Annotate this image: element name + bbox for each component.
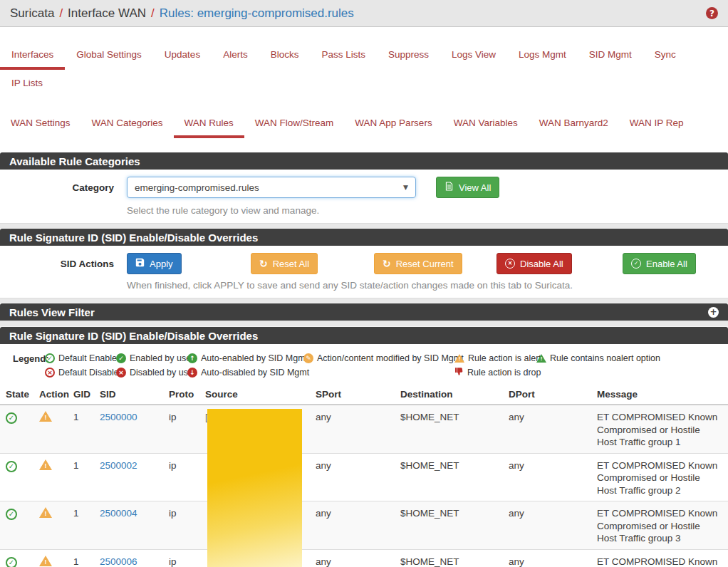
rule-state-enabled-icon[interactable]: ✓	[6, 557, 17, 567]
proto-cell: ip	[163, 405, 199, 453]
view-all-button[interactable]: View All	[436, 177, 499, 198]
legend-item-auto-disabled: ↓ Auto-disabled by SID Mgmt	[187, 368, 303, 378]
sid-link[interactable]: 2500004	[100, 508, 137, 519]
sid-link[interactable]: 2500000	[100, 412, 137, 422]
check-circle-outline-icon: ✓	[45, 353, 55, 363]
panel-title: Rule Signature ID (SID) Enable/Disable O…	[9, 232, 258, 244]
gid-cell: 1	[68, 405, 94, 453]
pencil-circle-icon: ✎	[303, 353, 313, 363]
sid-actions-label: SID Actions	[0, 259, 114, 269]
legend-item-label: Action/content modified by SID Mgmt	[317, 353, 464, 363]
subtab-wan-rules[interactable]: WAN Rules	[174, 111, 244, 138]
subtab-wan-categories[interactable]: WAN Categories	[81, 111, 174, 138]
reset-all-button[interactable]: ↻ Reset All	[251, 253, 318, 274]
disable-all-label: Disable All	[520, 259, 563, 269]
panel-divider	[0, 321, 728, 327]
destination-cell: $HOME_NET	[395, 405, 503, 453]
main-tabs-row1: Interfaces Global Settings Updates Alert…	[0, 43, 728, 70]
rule-action-alert-icon[interactable]: !	[39, 459, 52, 470]
legend-item-label: Default Enabled	[58, 353, 122, 363]
sid-link[interactable]: 2500002	[100, 460, 137, 471]
disable-all-button[interactable]: × Disable All	[496, 253, 572, 274]
category-select[interactable]: emerging-compromised.rules ▼	[127, 177, 416, 198]
available-rule-categories-header: Available Rule Categories	[0, 152, 728, 170]
tab-interfaces[interactable]: Interfaces	[0, 43, 65, 70]
table-row: ✓ ! 1 2500004 ip any $HOME_NET any ET CO…	[0, 501, 728, 550]
panel-title: Rule Signature ID (SID) Enable/Disable O…	[9, 330, 258, 342]
tab-ip-lists[interactable]: IP Lists	[0, 71, 54, 98]
main-tabs-row2: IP Lists	[0, 71, 728, 98]
rule-state-enabled-icon[interactable]: ✓	[6, 461, 17, 472]
rule-state-enabled-icon[interactable]: ✓	[6, 412, 17, 424]
legend-item-disabled-by-user: × Disabled by user	[116, 368, 187, 378]
subtab-wan-ip-rep[interactable]: WAN IP Rep	[619, 111, 695, 138]
apply-label: Apply	[150, 259, 173, 269]
sid-link[interactable]: 2500006	[100, 556, 137, 567]
dport-cell: any	[503, 549, 591, 567]
rule-action-alert-icon[interactable]: !	[39, 556, 52, 566]
arrow-up-circle-icon: ↑	[187, 353, 197, 363]
tab-updates[interactable]: Updates	[153, 43, 212, 70]
rule-action-alert-icon[interactable]: !	[39, 411, 52, 422]
breadcrumb-app: Suricata	[10, 6, 54, 21]
message-cell: ET COMPROMISED Known Compromised or Host…	[591, 453, 728, 501]
tab-alerts[interactable]: Alerts	[212, 43, 259, 70]
message-cell: ET COMPROMISED Known Compromised or Host…	[591, 405, 728, 453]
help-icon[interactable]: ?	[706, 7, 718, 19]
times-circle-icon: ×	[116, 368, 126, 378]
reset-current-label: Reset Current	[396, 259, 454, 269]
dport-cell: any	[503, 501, 591, 550]
plus-circle-icon[interactable]: +	[708, 307, 719, 318]
gid-cell: 1	[68, 453, 94, 501]
legend-item-default-disabled: × Default Disabled	[45, 368, 116, 378]
caret-down-icon: ▼	[403, 184, 408, 191]
enable-all-button[interactable]: ✓ Enable All	[623, 253, 696, 274]
alert-triangle-icon: !	[454, 354, 464, 363]
legend-item-label: Rule contains noalert option	[550, 353, 660, 363]
legend-item-default-enabled: ✓ Default Enabled	[45, 353, 116, 363]
tab-logs-view[interactable]: Logs View	[440, 43, 507, 70]
panel-title: Available Rule Categories	[9, 155, 140, 167]
legend-item-action-drop: Rule action is drop	[454, 367, 541, 378]
subtab-wan-flow-stream[interactable]: WAN Flow/Stream	[244, 111, 345, 138]
redaction-highlight-overlay	[207, 409, 302, 567]
check-circle-icon: ✓	[631, 259, 641, 269]
sid-overrides-list-header: Rule Signature ID (SID) Enable/Disable O…	[0, 327, 728, 344]
tab-sync[interactable]: Sync	[643, 43, 687, 70]
subtab-wan-settings[interactable]: WAN Settings	[0, 111, 81, 138]
tab-global-settings[interactable]: Global Settings	[65, 43, 153, 70]
breadcrumb-page-title: Rules: emerging-compromised.rules	[160, 6, 354, 21]
subtab-wan-variables[interactable]: WAN Variables	[443, 111, 529, 138]
legend-item-label: Auto-enabled by SID Mgmt	[201, 353, 308, 363]
tab-sid-mgmt[interactable]: SID Mgmt	[578, 43, 643, 70]
enable-all-label: Enable All	[646, 259, 687, 269]
rule-action-alert-icon[interactable]: !	[39, 507, 52, 518]
rules-view-filter-header: Rules View Filter +	[0, 303, 728, 321]
wan-subtabs: WAN Settings WAN Categories WAN Rules WA…	[0, 111, 728, 138]
reset-current-button[interactable]: ↻ Reset Current	[374, 253, 462, 274]
category-label: Category	[0, 182, 114, 193]
subtab-wan-barnyard2[interactable]: WAN Barnyard2	[529, 111, 619, 138]
save-icon	[135, 258, 145, 269]
apply-button[interactable]: Apply	[127, 253, 182, 274]
col-proto: Proto	[163, 384, 199, 405]
col-gid: GID	[68, 384, 94, 405]
available-rule-categories-body: Category emerging-compromised.rules ▼ Vi…	[0, 170, 728, 223]
panel-divider	[0, 298, 728, 303]
destination-cell: $HOME_NET	[395, 501, 503, 550]
col-state: State	[0, 384, 33, 405]
tab-suppress[interactable]: Suppress	[377, 43, 440, 70]
legend-item-label: Default Disabled	[58, 368, 124, 378]
tab-blocks[interactable]: Blocks	[259, 43, 311, 70]
rule-state-enabled-icon[interactable]: ✓	[6, 509, 17, 520]
breadcrumb-separator: /	[59, 6, 63, 21]
sid-overrides-body: SID Actions Apply ↻ Reset All ↻ Reset Cu…	[0, 246, 728, 298]
legend-item-label: Auto-disabled by SID Mgmt	[201, 368, 309, 378]
col-destination: Destination	[395, 384, 503, 405]
tab-logs-mgmt[interactable]: Logs Mgmt	[507, 43, 578, 70]
times-circle-icon: ×	[505, 259, 515, 269]
subtab-wan-app-parsers[interactable]: WAN App Parsers	[344, 111, 442, 138]
tab-pass-lists[interactable]: Pass Lists	[310, 43, 377, 70]
legend-item-label: Enabled by user	[130, 353, 194, 363]
breadcrumb-section: Interface WAN	[68, 6, 146, 21]
